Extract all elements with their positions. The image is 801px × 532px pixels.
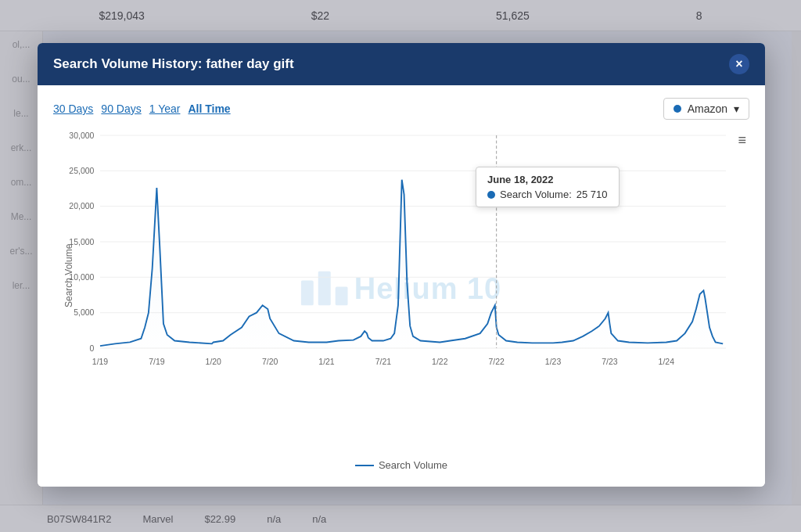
svg-text:1/23: 1/23 [545,358,562,366]
filter-30-days[interactable]: 30 Days [53,102,93,115]
svg-text:7/23: 7/23 [602,358,618,366]
svg-text:1/22: 1/22 [432,358,448,366]
y-axis-label: Search Volume [63,276,74,307]
modal-header: Search Volume History: father day gift × [38,43,765,85]
svg-text:1/19: 1/19 [92,358,109,366]
svg-text:7/19: 7/19 [149,358,165,366]
filter-90-days[interactable]: 90 Days [101,102,141,115]
svg-text:30,000: 30,000 [69,131,94,140]
svg-text:5,000: 5,000 [74,308,94,317]
svg-text:1/24: 1/24 [659,358,675,366]
time-filters: 30 Days 90 Days 1 Year All Time [53,102,231,115]
svg-text:20,000: 20,000 [69,202,94,210]
svg-text:25,000: 25,000 [69,167,94,175]
filter-1-year[interactable]: 1 Year [149,102,181,115]
chevron-down-icon: ▾ [734,102,739,115]
svg-text:1/21: 1/21 [318,358,335,366]
dropdown-dot [673,105,681,113]
chart-svg: 30,000 25,000 20,000 15,000 10,000 5,000… [100,135,726,401]
chart-legend: Search Volume [53,459,749,471]
filter-row: 30 Days 90 Days 1 Year All Time Amazon ▾ [53,98,749,120]
legend-line-icon [355,465,374,466]
svg-text:1/20: 1/20 [206,358,222,366]
svg-point-29 [492,172,501,181]
svg-text:7/21: 7/21 [375,358,392,366]
chart-menu-icon[interactable]: ≡ [738,132,746,149]
svg-text:7/22: 7/22 [488,358,505,366]
svg-text:7/20: 7/20 [262,358,278,366]
platform-dropdown[interactable]: Amazon ▾ [663,98,749,120]
modal-body: 30 Days 90 Days 1 Year All Time Amazon ▾… [38,85,765,487]
legend-label: Search Volume [379,459,447,471]
dropdown-label: Amazon [688,102,727,115]
modal-title: Search Volume History: father day gift [53,56,294,72]
svg-text:0: 0 [90,344,95,353]
search-volume-modal: Search Volume History: father day gift ×… [38,43,765,487]
filter-all-time[interactable]: All Time [188,102,230,115]
modal-close-button[interactable]: × [729,54,749,74]
chart-container: ≡ Helium 10 [53,128,749,456]
